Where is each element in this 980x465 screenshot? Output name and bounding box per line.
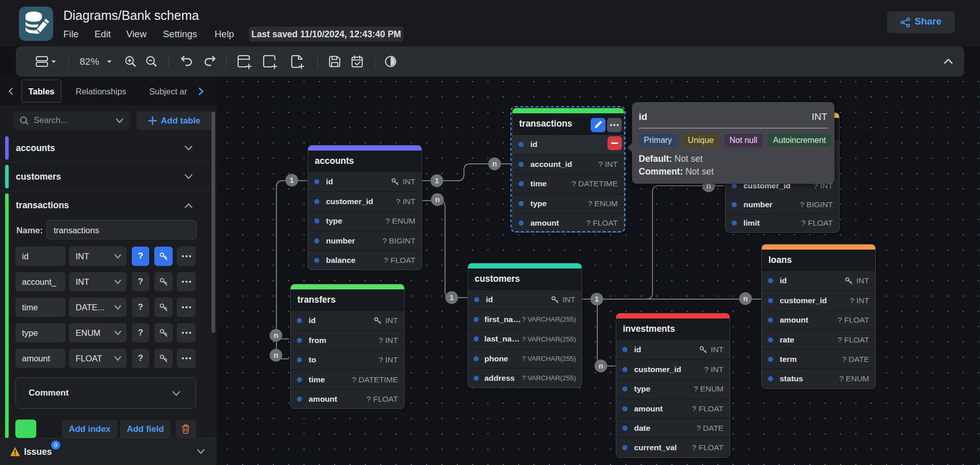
svg-text:n: n	[743, 294, 748, 303]
svg-text:1: 1	[290, 176, 294, 184]
svg-text:n: n	[435, 195, 439, 204]
svg-text:1: 1	[435, 176, 439, 185]
svg-text:1: 1	[450, 293, 454, 302]
svg-text:n: n	[273, 331, 278, 339]
svg-text:n: n	[598, 361, 603, 370]
svg-text:n: n	[492, 159, 497, 168]
svg-text:n: n	[273, 351, 278, 359]
svg-text:1: 1	[595, 295, 599, 303]
